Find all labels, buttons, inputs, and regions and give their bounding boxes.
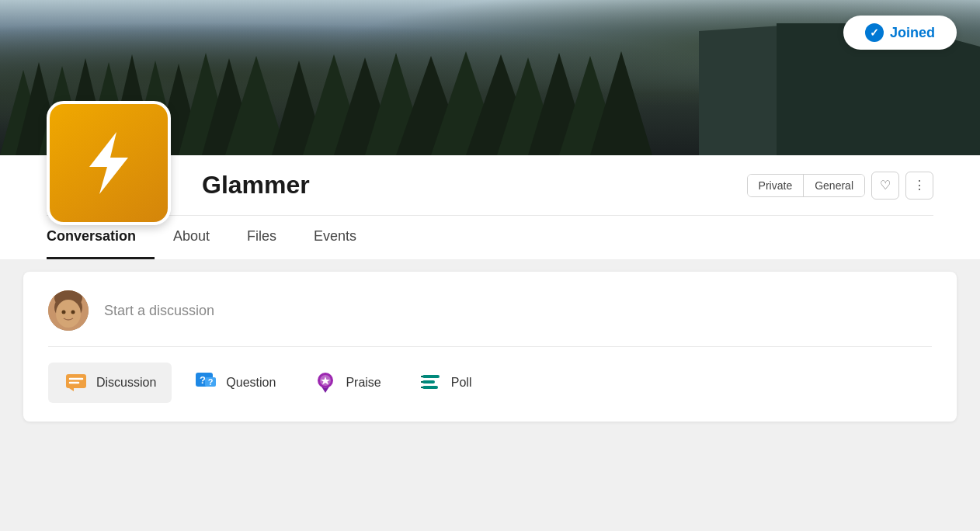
content-area: Start a discussion Discussion — [0, 272, 980, 422]
praise-icon-svg — [314, 371, 337, 394]
avatar-container — [47, 101, 171, 225]
title-actions: Private General ♡ ⋮ — [747, 172, 933, 200]
heart-icon: ♡ — [880, 178, 891, 193]
tab-events[interactable]: Events — [295, 216, 375, 259]
praise-label: Praise — [346, 376, 381, 390]
svg-rect-44 — [422, 375, 440, 378]
svg-point-31 — [71, 311, 75, 314]
post-types: Discussion ? ? Question — [48, 363, 932, 403]
privacy-badge: Private — [748, 175, 804, 196]
discussion-label: Discussion — [96, 376, 156, 390]
poll-icon — [419, 370, 443, 395]
praise-icon — [313, 370, 338, 395]
more-options-button[interactable]: ⋮ — [905, 172, 933, 200]
more-icon: ⋮ — [913, 178, 926, 193]
user-avatar-svg — [48, 290, 89, 331]
svg-rect-48 — [421, 381, 423, 383]
tab-files[interactable]: Files — [228, 216, 295, 259]
discussion-placeholder[interactable]: Start a discussion — [104, 303, 214, 319]
discussion-button[interactable]: Discussion — [48, 363, 172, 403]
poll-label: Poll — [451, 376, 472, 390]
poll-button[interactable]: Poll — [403, 363, 488, 403]
poll-icon-svg — [419, 371, 443, 394]
discussion-icon-svg — [64, 371, 88, 394]
category-badge: General — [804, 175, 864, 196]
community-title: Glammer — [202, 171, 310, 200]
community-avatar — [47, 101, 171, 225]
joined-label: Joined — [890, 25, 935, 41]
svg-marker-35 — [69, 388, 74, 391]
praise-button[interactable]: Praise — [297, 363, 396, 403]
question-label: Question — [226, 376, 276, 390]
discussion-icon — [64, 370, 89, 395]
page-wrapper: ✓ Joined Glammer Private General — [0, 0, 980, 422]
svg-rect-46 — [422, 386, 438, 389]
joined-button[interactable]: ✓ Joined — [843, 16, 957, 50]
start-discussion-row: Start a discussion — [48, 290, 932, 347]
favorite-button[interactable]: ♡ — [871, 172, 899, 200]
question-icon: ? ? — [193, 370, 218, 395]
lightning-bolt-icon — [78, 128, 140, 198]
svg-text:?: ? — [208, 377, 214, 387]
svg-point-30 — [62, 311, 66, 314]
profile-section: Glammer Private General ♡ ⋮ Conversation — [0, 155, 980, 259]
svg-point-29 — [56, 300, 81, 328]
svg-text:?: ? — [200, 374, 206, 386]
tabs-container: Conversation About Files Events — [47, 215, 933, 259]
title-row: Glammer Private General ♡ ⋮ — [47, 155, 933, 207]
svg-rect-32 — [66, 374, 86, 388]
svg-rect-49 — [421, 387, 423, 388]
question-icon-svg: ? ? — [194, 371, 217, 394]
svg-marker-24 — [89, 132, 128, 194]
badge-group: Private General — [747, 174, 865, 197]
discussion-area: Start a discussion Discussion — [23, 272, 957, 422]
svg-rect-47 — [421, 376, 423, 377]
svg-rect-45 — [422, 380, 435, 384]
user-avatar — [48, 290, 89, 331]
question-button[interactable]: ? ? Question — [178, 363, 291, 403]
joined-checkmark: ✓ — [865, 23, 884, 42]
